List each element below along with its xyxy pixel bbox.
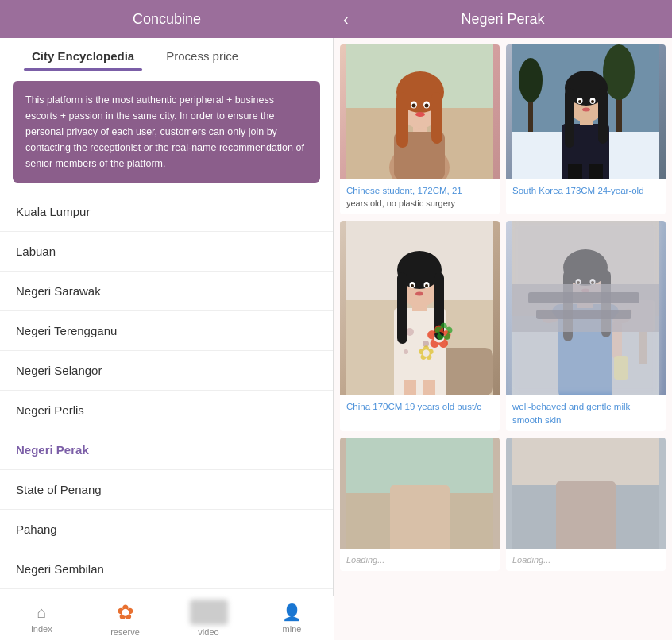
photo-caption-1: Chinese student, 172CM, 21 years old, no… bbox=[340, 179, 500, 214]
svg-rect-23 bbox=[589, 164, 603, 179]
description-text: This platform is the most authentic peri… bbox=[25, 94, 304, 169]
svg-point-51 bbox=[425, 284, 428, 287]
photo-image-3: ✿ ✿ ✿ bbox=[340, 221, 500, 395]
photo-svg-1 bbox=[340, 44, 500, 179]
svg-rect-83 bbox=[512, 438, 659, 485]
svg-rect-84 bbox=[556, 481, 616, 549]
photo-image-4 bbox=[506, 221, 666, 395]
svg-text:✿: ✿ bbox=[418, 341, 434, 364]
photo-caption-1b: years old, no plastic surgery bbox=[346, 199, 455, 208]
svg-point-14 bbox=[415, 112, 425, 117]
photo-caption-5: Loading... bbox=[340, 549, 500, 571]
bottom-nav: ⌂ index ✿ reserve video 👤 mine bbox=[0, 596, 334, 640]
right-panel: Chinese student, 172CM, 21 years old, no… bbox=[334, 38, 672, 640]
city-item-negeri-terengganu[interactable]: Negeri Terengganu bbox=[0, 311, 333, 351]
photo-card-3[interactable]: ✿ ✿ ✿ China 170CM 19 years old bust/c bbox=[340, 221, 500, 430]
tab-city-encyclopedia[interactable]: City Encyclopedia bbox=[16, 38, 150, 71]
svg-point-32 bbox=[591, 100, 594, 103]
photo-card-6[interactable]: Loading... bbox=[506, 438, 666, 571]
city-item-negeri-selangor[interactable]: Negeri Selangor bbox=[0, 351, 333, 391]
photo-caption-2: South Korea 173CM 24-year-old bbox=[506, 179, 666, 202]
svg-rect-8 bbox=[396, 92, 408, 148]
svg-rect-41 bbox=[404, 380, 416, 395]
svg-point-13 bbox=[425, 104, 429, 108]
left-panel: City Encyclopedia Process price This pla… bbox=[0, 38, 334, 640]
tab-process-price[interactable]: Process price bbox=[150, 38, 254, 71]
nav-mine[interactable]: 👤 mine bbox=[250, 603, 334, 634]
photo-card-5[interactable]: Loading... bbox=[340, 438, 500, 571]
back-button[interactable]: ‹ bbox=[343, 10, 349, 29]
svg-point-12 bbox=[412, 104, 416, 108]
svg-rect-81 bbox=[390, 485, 450, 549]
nav-video[interactable]: video bbox=[167, 600, 250, 637]
nav-video-label: video bbox=[198, 627, 218, 637]
svg-point-52 bbox=[415, 292, 423, 296]
home-icon: ⌂ bbox=[37, 603, 46, 622]
city-item-kuala-lumpur[interactable]: Kuala Lumpur bbox=[0, 192, 333, 232]
photo-card-1[interactable]: Chinese student, 172CM, 21 years old, no… bbox=[340, 44, 500, 214]
svg-rect-27 bbox=[565, 88, 574, 148]
description-box: This platform is the most authentic peri… bbox=[13, 81, 320, 183]
user-icon: 👤 bbox=[282, 603, 302, 622]
city-item-negeri-sembilan[interactable]: Negeri Sembilan bbox=[0, 549, 333, 589]
left-header-title: Concubine bbox=[133, 11, 201, 28]
city-item-pahang[interactable]: Pahang bbox=[0, 510, 333, 549]
photo-card-2[interactable]: South Korea 173CM 24-year-old bbox=[506, 44, 666, 214]
photo-image-6 bbox=[506, 438, 666, 549]
svg-point-31 bbox=[578, 100, 581, 103]
photo-image-2 bbox=[506, 44, 666, 179]
city-item-labuan[interactable]: Labuan bbox=[0, 232, 333, 272]
tab-bar: City Encyclopedia Process price bbox=[0, 38, 333, 71]
svg-point-18 bbox=[603, 44, 635, 100]
photo-svg-5 bbox=[340, 438, 500, 549]
svg-rect-76 bbox=[512, 284, 659, 332]
svg-rect-42 bbox=[423, 380, 435, 395]
city-item-negeri-perak[interactable]: Negeri Perak bbox=[0, 430, 333, 470]
svg-rect-46 bbox=[397, 272, 407, 344]
flower-icon: ✿ bbox=[117, 600, 134, 625]
photo-grid: Chinese student, 172CM, 21 years old, no… bbox=[340, 44, 666, 571]
nav-reserve[interactable]: ✿ reserve bbox=[83, 600, 167, 637]
city-item-negeri-sarawak[interactable]: Negeri Sarawak bbox=[0, 272, 333, 311]
right-panel-header: ‹ Negeri Perak bbox=[334, 0, 672, 38]
nav-reserve-label: reserve bbox=[110, 627, 140, 637]
nav-index[interactable]: ⌂ index bbox=[0, 603, 83, 634]
photo-svg-2 bbox=[506, 44, 666, 179]
svg-point-50 bbox=[411, 284, 414, 287]
svg-rect-28 bbox=[598, 88, 608, 144]
svg-point-20 bbox=[519, 58, 543, 102]
city-item-state-penang[interactable]: State of Penang bbox=[0, 470, 333, 510]
svg-text:✿: ✿ bbox=[434, 318, 454, 345]
svg-rect-9 bbox=[431, 92, 442, 144]
photo-svg-6 bbox=[506, 438, 666, 549]
svg-point-33 bbox=[582, 108, 590, 112]
city-item-negeri-perlis[interactable]: Negeri Perlis bbox=[0, 391, 333, 430]
photo-card-4[interactable]: well-behaved and gentle milk smooth skin bbox=[506, 221, 666, 430]
photo-image-5 bbox=[340, 438, 500, 549]
svg-rect-77 bbox=[528, 292, 639, 303]
photo-caption-4b: smooth skin bbox=[512, 415, 561, 425]
city-list: Kuala Lumpur Labuan Negeri Sarawak Neger… bbox=[0, 192, 333, 640]
photo-caption-4: well-behaved and gentle milk smooth skin bbox=[506, 395, 666, 430]
svg-point-40 bbox=[404, 349, 408, 354]
photo-caption-3: China 170CM 19 years old bust/c bbox=[340, 395, 500, 418]
photo-svg-4 bbox=[506, 221, 666, 395]
right-header-title: Negeri Perak bbox=[461, 11, 544, 28]
svg-rect-80 bbox=[346, 438, 493, 493]
photo-svg-3: ✿ ✿ ✿ bbox=[340, 221, 500, 395]
nav-index-label: index bbox=[31, 624, 52, 634]
photo-caption-6: Loading... bbox=[506, 549, 666, 571]
photo-image-1 bbox=[340, 44, 500, 179]
nav-mine-label: mine bbox=[283, 624, 302, 634]
svg-rect-78 bbox=[536, 310, 631, 319]
svg-rect-22 bbox=[568, 164, 582, 179]
left-panel-header: Concubine bbox=[0, 0, 334, 38]
